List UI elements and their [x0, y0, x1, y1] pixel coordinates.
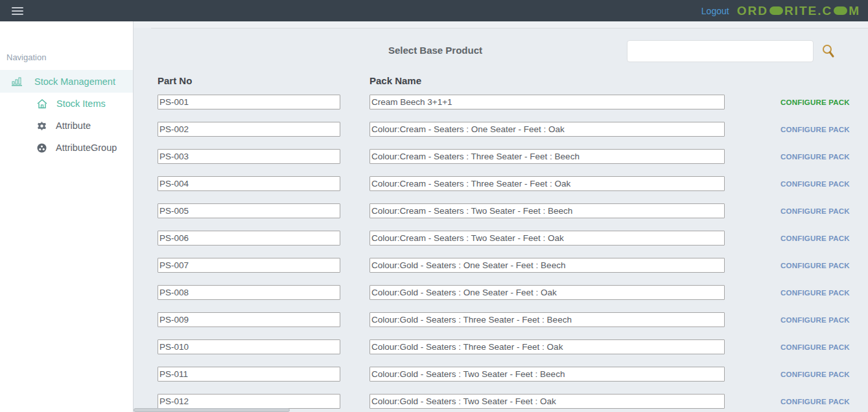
sidebar-item-stock-items[interactable]: Stock Items: [0, 93, 133, 115]
table-row: CONFIGURE PACK: [134, 149, 868, 176]
configure-pack-link[interactable]: CONFIGURE PACK: [780, 95, 843, 109]
table-row: CONFIGURE PACK: [134, 203, 868, 231]
sidebar: Navigation Stock Management: [0, 21, 134, 412]
configure-pack-link[interactable]: CONFIGURE PACK: [780, 231, 843, 246]
pack-name-input[interactable]: [369, 95, 725, 109]
pack-name-input[interactable]: [369, 312, 725, 327]
sidebar-item-attributegroup[interactable]: AttributeGroup: [0, 137, 133, 159]
part-no-input[interactable]: [158, 339, 340, 354]
configure-pack-link[interactable]: CONFIGURE PACK: [780, 203, 843, 218]
part-no-input[interactable]: [158, 231, 340, 246]
part-no-input[interactable]: [158, 258, 340, 273]
content-top-strip: [134, 21, 868, 28]
configure-pack-link[interactable]: CONFIGURE PACK: [780, 285, 843, 300]
navigation-section-label: Navigation: [6, 52, 46, 62]
hamburger-menu-icon[interactable]: [12, 7, 23, 15]
part-no-input[interactable]: [158, 367, 340, 382]
sidebar-item-stock-management[interactable]: Stock Management: [0, 70, 133, 93]
logo-text-part1: ORD: [737, 4, 768, 18]
sidebar-item-label: Stock Items: [56, 98, 106, 109]
content-divider: [151, 28, 868, 29]
pack-name-input[interactable]: [369, 149, 725, 164]
ordorite-logo: ORDRITE.CM: [737, 4, 860, 18]
part-no-input[interactable]: [158, 95, 340, 109]
sidebar-item-attribute[interactable]: Attribute: [0, 115, 133, 137]
configure-pack-link[interactable]: CONFIGURE PACK: [780, 258, 843, 273]
pack-name-input[interactable]: [369, 339, 725, 354]
table-row: CONFIGURE PACK: [134, 231, 868, 258]
pack-name-input[interactable]: [369, 258, 725, 273]
horizontal-scrollbar-thumb[interactable]: [134, 408, 290, 412]
pack-rows: CONFIGURE PACK CONFIGURE PACK CONFIGURE …: [134, 95, 868, 412]
table-row: CONFIGURE PACK: [134, 339, 868, 367]
logo-o-pill-icon: [834, 6, 847, 15]
logout-link[interactable]: Logout: [701, 6, 729, 16]
pack-name-input[interactable]: [369, 394, 725, 409]
base-product-toolbar: Select Base Product: [134, 40, 868, 62]
part-no-header: Part No: [158, 75, 192, 86]
sidebar-item-label: Attribute: [56, 120, 91, 131]
base-product-search-input[interactable]: [627, 40, 814, 62]
part-no-input[interactable]: [158, 149, 340, 164]
horizontal-scrollbar-track: [134, 408, 868, 412]
part-no-input[interactable]: [158, 176, 340, 191]
table-row: CONFIGURE PACK: [134, 285, 868, 312]
part-no-input[interactable]: [158, 312, 340, 327]
table-row: CONFIGURE PACK: [134, 122, 868, 149]
configure-pack-link[interactable]: CONFIGURE PACK: [780, 312, 843, 327]
group-icon: [37, 143, 47, 153]
magnifier-icon[interactable]: [821, 44, 835, 61]
table-row: CONFIGURE PACK: [134, 258, 868, 285]
sidebar-item-label: AttributeGroup: [56, 143, 117, 153]
table-row: CONFIGURE PACK: [134, 95, 868, 122]
pack-name-input[interactable]: [369, 367, 725, 382]
part-no-input[interactable]: [158, 122, 340, 137]
main-content: Select Base Product Part No Pack Name CO…: [134, 21, 868, 412]
table-row: CONFIGURE PACK: [134, 367, 868, 394]
home-icon: [37, 99, 47, 109]
configure-pack-link[interactable]: CONFIGURE PACK: [780, 122, 843, 137]
pack-name-input[interactable]: [369, 122, 725, 137]
configure-pack-link[interactable]: CONFIGURE PACK: [780, 176, 843, 191]
part-no-input[interactable]: [158, 394, 340, 409]
part-no-input[interactable]: [158, 203, 340, 218]
pack-name-input[interactable]: [369, 176, 725, 191]
select-base-product-label: Select Base Product: [388, 45, 482, 56]
configure-pack-link[interactable]: CONFIGURE PACK: [780, 339, 843, 354]
logo-text-part3: M: [849, 4, 860, 18]
logo-text-part2: RITE.C: [784, 4, 832, 18]
bar-chart-icon: [12, 76, 22, 86]
table-row: CONFIGURE PACK: [134, 176, 868, 203]
gear-icon: [37, 121, 47, 131]
pack-name-input[interactable]: [369, 231, 725, 246]
configure-pack-link[interactable]: CONFIGURE PACK: [780, 394, 843, 409]
sidebar-item-label: Stock Management: [34, 76, 115, 87]
top-navbar: Logout ORDRITE.CM: [0, 0, 868, 21]
pack-name-input[interactable]: [369, 285, 725, 300]
configure-pack-link[interactable]: CONFIGURE PACK: [780, 367, 843, 382]
logo-o-pill-icon: [769, 6, 783, 15]
pack-name-input[interactable]: [369, 203, 725, 218]
configure-pack-link[interactable]: CONFIGURE PACK: [780, 149, 843, 164]
part-no-input[interactable]: [158, 285, 340, 300]
sidebar-menu: Stock Management Stock Items Attribute: [0, 70, 133, 159]
table-row: CONFIGURE PACK: [134, 312, 868, 339]
pack-name-header: Pack Name: [369, 75, 421, 86]
